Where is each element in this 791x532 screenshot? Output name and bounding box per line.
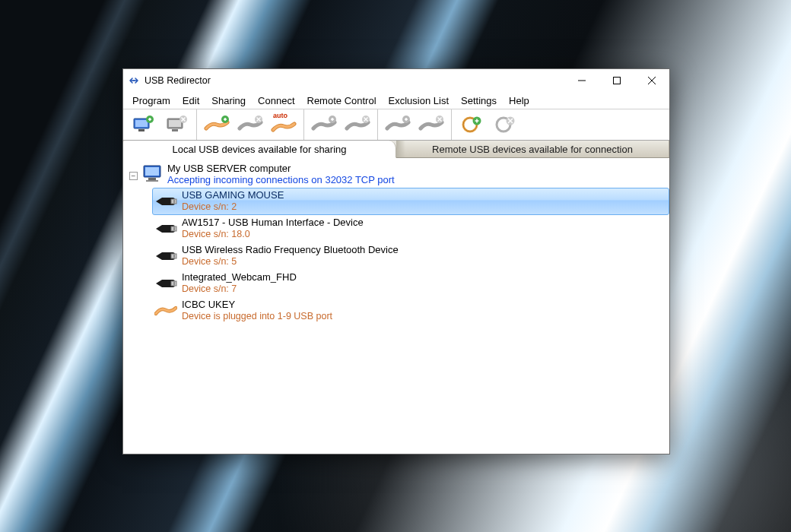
tab-remote-devices[interactable]: Remote USB devices available for connect…: [396, 141, 669, 157]
maximize-button[interactable]: [599, 69, 634, 92]
svg-rect-26: [173, 201, 175, 202]
svg-rect-35: [173, 283, 175, 284]
device-tree[interactable]: − My USB SERVER computer Accepting incom…: [123, 158, 669, 454]
device-row[interactable]: AW1517 - USB Human Interface - DeviceDev…: [152, 215, 669, 242]
titlebar[interactable]: USB Redirector: [123, 69, 669, 92]
tb-unshare-device[interactable]: [234, 110, 266, 139]
tb-auto-share[interactable]: auto: [268, 110, 300, 139]
svg-rect-25: [173, 200, 175, 201]
svg-rect-7: [172, 129, 178, 131]
tb-add-remote[interactable]: [382, 110, 414, 139]
close-button[interactable]: [634, 69, 669, 92]
root-title: My USB SERVER computer: [167, 163, 395, 174]
usb-plug-icon: [154, 219, 177, 239]
minimize-button[interactable]: [564, 69, 599, 92]
device-name: AW1517 - USB Human Interface - Device: [182, 217, 364, 229]
tb-connect-device[interactable]: [308, 110, 340, 139]
usb-plug-icon: [154, 192, 177, 211]
svg-rect-21: [145, 167, 159, 176]
tree-collapse-icon[interactable]: −: [129, 172, 138, 180]
tb-remove-remote[interactable]: [415, 110, 447, 139]
svg-rect-28: [173, 227, 175, 228]
window-title: USB Redirector: [145, 75, 211, 86]
menu-sharing[interactable]: Sharing: [205, 93, 252, 108]
auto-label: auto: [273, 112, 287, 119]
device-subtext: Device s/n: 5: [182, 256, 399, 268]
menu-edit[interactable]: Edit: [176, 93, 205, 108]
device-subtext: Device s/n: 2: [182, 201, 284, 214]
menu-remote-control[interactable]: Remote Control: [301, 93, 383, 108]
tb-unshare-computer[interactable]: [160, 110, 192, 139]
menu-help[interactable]: Help: [503, 93, 535, 108]
hand-share-icon: [154, 300, 177, 320]
svg-rect-27: [171, 226, 176, 231]
tb-share-device[interactable]: [201, 110, 233, 139]
tab-bar: Local USB devices available for sharing …: [123, 141, 669, 158]
svg-rect-6: [169, 120, 181, 127]
root-status: Accepting incoming connections on 32032 …: [167, 174, 395, 185]
svg-rect-30: [171, 254, 176, 258]
svg-rect-34: [173, 282, 175, 283]
usb-plug-icon: [154, 246, 177, 266]
device-row[interactable]: USB GAMING MOUSEDevice s/n: 2: [152, 188, 669, 215]
menu-program[interactable]: Program: [126, 93, 176, 108]
svg-rect-31: [173, 255, 175, 255]
tb-disconnect-device[interactable]: [341, 110, 373, 139]
toolbar: auto: [123, 109, 669, 141]
device-name: Integrated_Webcam_FHD: [182, 271, 297, 283]
svg-rect-2: [135, 120, 148, 127]
device-subtext: Device is plugged into 1-9 USB port: [182, 311, 332, 323]
app-window: USB Redirector Program Edit Sharing Conn…: [122, 68, 670, 454]
svg-rect-32: [173, 256, 175, 257]
computer-icon: [141, 163, 163, 184]
menu-exclusion-list[interactable]: Exclusion List: [383, 93, 455, 108]
tree-root[interactable]: − My USB SERVER computer Accepting incom…: [123, 161, 669, 188]
device-name: USB GAMING MOUSE: [182, 189, 284, 201]
svg-rect-3: [138, 129, 145, 131]
device-row[interactable]: ICBC UKEYDevice is plugged into 1-9 USB …: [152, 297, 669, 325]
svg-rect-23: [146, 180, 158, 182]
menu-connect[interactable]: Connect: [252, 93, 300, 108]
svg-rect-33: [171, 281, 176, 286]
device-subtext: Device s/n: 18.0: [182, 229, 364, 241]
app-icon: [128, 74, 140, 87]
usb-plug-icon: [154, 274, 177, 293]
menubar: Program Edit Sharing Connect Remote Cont…: [123, 92, 669, 109]
device-name: USB Wireless Radio Frequency Bluetooth D…: [182, 244, 399, 256]
device-name: ICBC UKEY: [182, 299, 332, 311]
svg-rect-0: [614, 78, 621, 84]
tab-local-devices[interactable]: Local USB devices available for sharing: [123, 141, 396, 158]
svg-rect-24: [171, 199, 176, 204]
svg-rect-29: [173, 229, 175, 230]
svg-rect-22: [148, 178, 156, 180]
device-subtext: Device s/n: 7: [182, 283, 297, 296]
tb-share-computer[interactable]: [127, 110, 159, 139]
device-row[interactable]: USB Wireless Radio Frequency Bluetooth D…: [152, 242, 669, 270]
menu-settings[interactable]: Settings: [455, 93, 503, 108]
tb-deny-device[interactable]: [489, 110, 521, 139]
tb-allow-device[interactable]: [456, 110, 488, 139]
device-row[interactable]: Integrated_Webcam_FHDDevice s/n: 7: [152, 270, 669, 297]
